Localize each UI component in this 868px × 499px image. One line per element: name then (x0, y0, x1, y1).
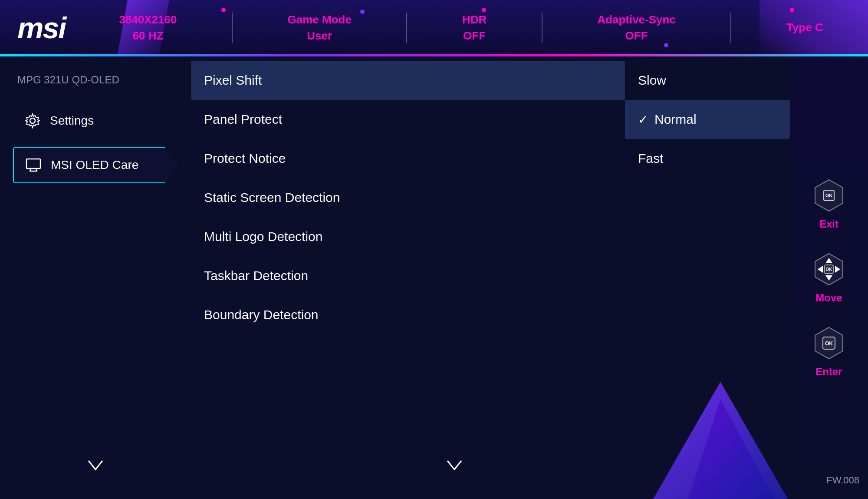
checkmark-icon: ✓ (638, 112, 648, 127)
move-label: Move (815, 292, 842, 304)
enter-label: Enter (815, 366, 842, 378)
header-divider (232, 13, 233, 43)
right-controls-panel: OK Exit OK (790, 56, 868, 499)
header-divider (406, 13, 407, 43)
svg-text:OK: OK (826, 267, 833, 272)
svg-rect-1 (26, 159, 40, 169)
firmware-version: FW.008 (826, 475, 859, 486)
model-name: MPG 321U QD-OLED (13, 74, 178, 86)
svg-point-0 (30, 118, 35, 123)
sidebar-item-msi-oled-care[interactable]: MSI OLED Care (13, 147, 178, 183)
main-content: MPG 321U QD-OLED Settings MSI O (0, 56, 868, 499)
menu-scroll-arrow[interactable] (446, 459, 463, 473)
stat-hdr: HDR OFF (462, 12, 487, 43)
menu-item-taskbar-detection[interactable]: Taskbar Detection (191, 256, 625, 295)
menu-item-static-screen-detection[interactable]: Static Screen Detection (191, 178, 625, 217)
monitor-icon (25, 156, 42, 174)
stat-game-mode: Game Mode User (288, 12, 352, 43)
move-icon: OK (812, 252, 846, 287)
sidebar: MPG 321U QD-OLED Settings MSI O (0, 56, 191, 499)
option-slow-label: Slow (638, 73, 666, 88)
svg-text:OK: OK (825, 193, 833, 198)
header-divider (730, 13, 731, 43)
menu-item-pixel-shift[interactable]: Pixel Shift (191, 61, 625, 100)
bg-triangle-decoration (653, 382, 788, 499)
header: msi 3840X2160 60 HZ Game Mode User HDR O… (0, 0, 868, 56)
enter-button[interactable]: OK Enter (812, 326, 846, 378)
sidebar-settings-label: Settings (50, 114, 94, 128)
option-normal[interactable]: ✓ Normal (625, 100, 790, 139)
msi-logo: msi (17, 11, 66, 45)
header-stats: 3840X2160 60 HZ Game Mode User HDR OFF A… (92, 12, 851, 43)
enter-icon: OK (812, 326, 846, 360)
exit-label: Exit (819, 218, 838, 230)
option-slow[interactable]: Slow (625, 61, 790, 100)
sidebar-scroll-arrow[interactable] (87, 459, 104, 473)
svg-text:OK: OK (825, 340, 833, 347)
stat-resolution: 3840X2160 60 HZ (119, 12, 177, 43)
menu-item-panel-protect[interactable]: Panel Protect (191, 100, 625, 139)
option-fast-label: Fast (638, 151, 663, 166)
dot-decoration (664, 43, 668, 47)
stat-type-c: Type C (786, 20, 823, 35)
stat-adaptive-sync: Adaptive-Sync OFF (597, 12, 676, 43)
menu-item-protect-notice[interactable]: Protect Notice (191, 139, 625, 178)
option-fast[interactable]: Fast (625, 139, 790, 178)
sidebar-item-settings[interactable]: Settings (13, 103, 178, 138)
move-button[interactable]: OK Move (812, 252, 846, 304)
menu-item-boundary-detection[interactable]: Boundary Detection (191, 295, 625, 334)
header-divider (542, 13, 542, 43)
menu-item-multi-logo-detection[interactable]: Multi Logo Detection (191, 217, 625, 256)
gear-icon (24, 112, 41, 129)
exit-button[interactable]: OK Exit (812, 178, 846, 230)
sidebar-oled-care-label: MSI OLED Care (51, 158, 138, 172)
menu-items-list: Pixel Shift Panel Protect Protect Notice… (191, 61, 625, 495)
option-normal-label: Normal (654, 112, 697, 127)
exit-icon: OK (812, 178, 846, 213)
